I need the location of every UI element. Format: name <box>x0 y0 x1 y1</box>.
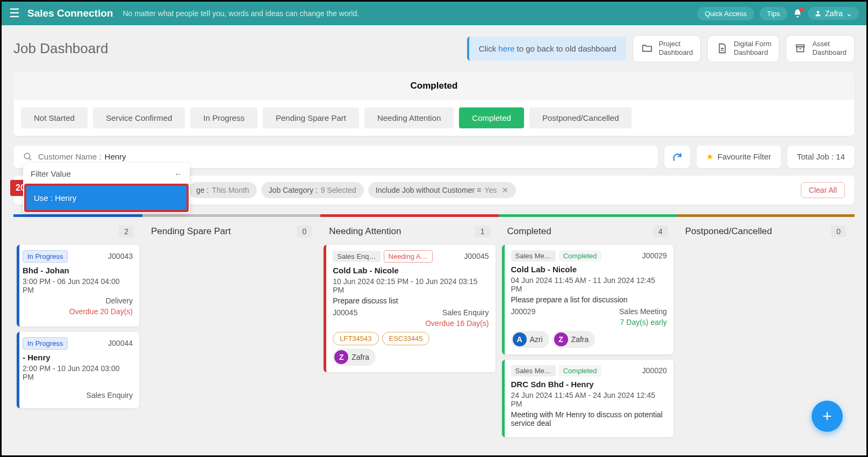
status-tag: Completed <box>559 250 601 262</box>
arrow-left-icon[interactable]: ← <box>174 169 182 178</box>
tips-button[interactable]: Tips <box>759 7 787 20</box>
card-title: Bhd - Johan <box>23 266 133 275</box>
project-dashboard-button[interactable]: ProjectDashboard <box>633 35 701 62</box>
tab-service-confirmed[interactable]: Service Confirmed <box>93 107 185 128</box>
svg-point-3 <box>24 153 30 159</box>
search-value: Henry <box>105 152 126 161</box>
job-id: J00045 <box>464 252 489 260</box>
column-count: 1 <box>475 226 490 237</box>
folder-icon <box>641 42 654 55</box>
bell-icon[interactable] <box>793 9 802 18</box>
user-icon <box>814 10 822 17</box>
card-status: Overdue 16 Day(s) <box>333 319 489 328</box>
card-job2: J00045 <box>333 308 357 317</box>
card-status: Overdue 20 Day(s) <box>23 307 133 316</box>
status-tag: In Progress <box>23 250 68 263</box>
asset-dashboard-button[interactable]: AssetDashboard <box>786 35 855 62</box>
column-title: Completed <box>507 226 551 237</box>
category-tag: Sales Me… <box>511 365 556 376</box>
quick-access-button[interactable]: Quick Access <box>697 7 754 20</box>
digital-form-dashboard-button[interactable]: Digital FormDashboard <box>707 35 779 62</box>
column-pending-spare-part: Pending Spare Part 0 <box>142 214 320 443</box>
job-card[interactable]: In Progress J00043 Bhd - Johan 3:00 PM -… <box>17 245 139 327</box>
add-job-fab[interactable]: + <box>812 401 843 432</box>
status-panel: Completed Not Started Service Confirmed … <box>13 72 855 136</box>
card-type: Sales Enquiry <box>442 308 489 317</box>
job-card[interactable]: Sales Me… Completed J00020 DRC Sdn Bhd -… <box>502 360 673 437</box>
menu-icon[interactable]: ☰ <box>9 6 20 20</box>
card-type: Sales Meeting <box>619 307 667 316</box>
tab-not-started[interactable]: Not Started <box>21 107 88 128</box>
card-desc: Meeting with Mr Henry to discuss on pote… <box>511 410 667 427</box>
status-tag: Needing A… <box>384 250 433 263</box>
card-title: DRC Sdn Bhd - Henry <box>511 380 667 389</box>
avatar: Z <box>554 332 568 346</box>
clear-all-button[interactable]: Clear All <box>801 182 845 198</box>
assignee-chip[interactable]: ZZafra <box>333 349 376 366</box>
panel-title: Completed <box>13 72 855 100</box>
job-id: J00029 <box>642 251 667 260</box>
star-icon: ★ <box>706 152 713 162</box>
tab-pending-spare-part[interactable]: Pending Spare Part <box>263 107 359 128</box>
filter-dropdown-title: Filter Value <box>31 169 71 178</box>
job-card[interactable]: Sales Me… Completed J00029 Cold Lab - Ni… <box>502 245 673 354</box>
column-title: Postponed/Cancelled <box>685 226 772 237</box>
status-tag: Completed <box>559 365 601 376</box>
top-bar: ☰ Sales Connection No matter what people… <box>2 2 866 25</box>
tab-in-progress[interactable]: In Progress <box>190 107 257 128</box>
asset-pill[interactable]: LFT34543 <box>333 332 378 345</box>
job-id: J00020 <box>642 366 667 375</box>
column-title: Needing Attention <box>329 226 401 237</box>
filter-dropdown-item[interactable]: Use : Henry <box>26 186 186 210</box>
total-job-badge: Total Job : 14 <box>787 146 855 168</box>
refresh-button[interactable] <box>664 146 690 168</box>
status-tag: In Progress <box>23 337 68 350</box>
card-type: Delivery <box>105 296 133 305</box>
job-card[interactable]: Sales Enq… Needing A… J00045 Cold Lab - … <box>324 245 495 372</box>
card-time: 04 Jun 2024 11:45 AM - 11 Jun 2024 12:45… <box>511 276 667 293</box>
user-name: Zafra <box>825 9 843 18</box>
card-job2: J00029 <box>511 307 536 316</box>
tab-postponed-cancelled[interactable]: Postponed/Cancelled <box>529 107 632 128</box>
user-menu[interactable]: Zafra ⌄ <box>808 7 859 20</box>
kanban-board: 2 In Progress J00043 Bhd - Johan 3:00 PM… <box>13 214 855 443</box>
filter-chip-include[interactable]: Include Job without Customer = Yes✕ <box>368 182 516 198</box>
category-tag: Sales Me… <box>511 250 556 262</box>
column-completed: Completed 4 Sales Me… Completed J00029 C… <box>499 214 677 443</box>
column-count: 2 <box>119 226 134 237</box>
card-time: 24 Jun 2024 11:45 AM - 24 Jun 2024 12:45… <box>511 391 667 408</box>
column-count: 0 <box>831 226 846 237</box>
tab-completed[interactable]: Completed <box>459 107 524 128</box>
card-desc: Please prepare a list for discussion <box>511 295 667 304</box>
job-id: J00044 <box>108 339 133 347</box>
column-needing-attention: Needing Attention 1 Sales Enq… Needing A… <box>320 214 498 443</box>
old-dashboard-link[interactable]: here <box>498 44 514 53</box>
filter-chip-category[interactable]: Job Category : 9 Selected <box>261 182 364 198</box>
card-time: 10 Jun 2024 02:15 PM - 10 Jun 2024 03:15… <box>333 277 489 294</box>
column-count: 4 <box>653 226 668 237</box>
assignee-chip[interactable]: ZZafra <box>553 331 596 348</box>
card-title: Cold Lab - Nicole <box>333 266 489 275</box>
asset-pill[interactable]: ESC33445 <box>382 332 430 345</box>
favourite-filter-button[interactable]: ★ Favourite Filter <box>697 146 781 168</box>
avatar: A <box>513 332 527 346</box>
refresh-icon <box>672 151 683 162</box>
category-tag: Sales Enq… <box>333 251 380 262</box>
page-title: Job Dashboard <box>13 40 108 57</box>
tagline: No matter what people tell you, words an… <box>123 9 359 18</box>
assignee-chip[interactable]: AAzri <box>511 331 549 348</box>
filter-chip-range[interactable]: ge : This Month <box>189 182 257 198</box>
card-title: Cold Lab - Nicole <box>511 265 667 274</box>
document-icon <box>715 42 728 55</box>
card-time: 2:00 PM - 10 Jun 2024 03:00 PM <box>23 364 133 381</box>
close-icon[interactable]: ✕ <box>502 186 508 194</box>
status-tabs: Not Started Service Confirmed In Progres… <box>13 100 855 128</box>
archive-icon <box>794 42 807 55</box>
column-count: 0 <box>297 226 312 237</box>
job-card[interactable]: In Progress J00044 - Henry 2:00 PM - 10 … <box>17 332 139 408</box>
tab-needing-attention[interactable]: Needing Attention <box>364 107 454 128</box>
card-title: - Henry <box>23 353 133 362</box>
card-desc: Prepare discuss list <box>333 296 489 305</box>
job-id: J00043 <box>108 252 133 260</box>
column-title: Pending Spare Part <box>151 226 231 237</box>
